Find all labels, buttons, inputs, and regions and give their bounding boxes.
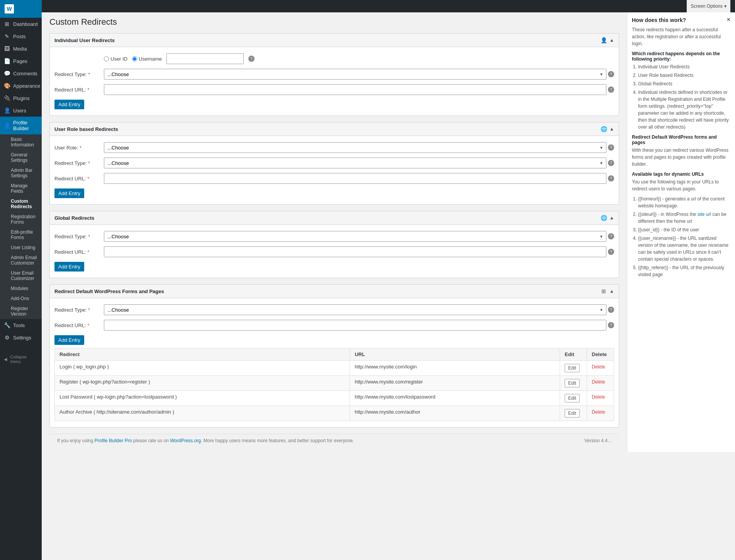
redirect-url-input-wrap-global: ? <box>104 246 614 257</box>
url-cell: http://www.mysite.com/login <box>350 361 560 376</box>
site-url-link[interactable]: site url <box>698 212 711 217</box>
screen-options-label: Screen Options <box>691 3 723 9</box>
sidebar: W ⊞ Dashboard ✎ Posts 🖼 Media 📄 Pages 💬 … <box>0 0 42 560</box>
sidebar-item-users[interactable]: 👤 Users <box>0 104 42 117</box>
submenu-item-custom-redirects[interactable]: Custom Redirects <box>0 196 42 212</box>
help-intro: These redirects happen after a successfu… <box>632 26 730 47</box>
redirect-type-help-icon-individual[interactable]: ? <box>608 71 614 77</box>
submenu-item-manage-fields[interactable]: Manage Fields <box>0 181 42 196</box>
delete-button[interactable]: Delete <box>592 379 605 385</box>
add-entry-button-global[interactable]: Add Entry <box>54 262 84 272</box>
delete-button[interactable]: Delete <box>592 394 605 400</box>
redirect-url-help-icon-default[interactable]: ? <box>608 322 614 328</box>
add-entry-button-user-role[interactable]: Add Entry <box>54 188 84 198</box>
redirect-type-label-individual: Redirect Type: * <box>54 71 101 77</box>
person-icon: 👤 <box>600 37 607 44</box>
sidebar-item-appearance[interactable]: 🎨 Appearance <box>0 80 42 92</box>
edit-button[interactable]: Edit <box>565 364 580 372</box>
sidebar-item-settings[interactable]: ⚙ Settings <box>0 331 42 344</box>
help-default-forms-title: Redirect Default WordPress forms and pag… <box>632 134 730 145</box>
username-radio[interactable] <box>132 56 137 61</box>
sidebar-item-profile-builder[interactable]: 👤 Profile Builder <box>0 117 42 134</box>
collapse-redirect-default-icon[interactable]: ▲ <box>609 288 614 294</box>
sidebar-item-comments[interactable]: 💬 Comments <box>0 67 42 80</box>
sidebar-label-tools: Tools <box>13 322 25 328</box>
redirect-url-help-icon-individual[interactable]: ? <box>608 87 614 93</box>
redirect-type-help-icon-default[interactable]: ? <box>608 307 614 313</box>
redirect-type-select-wrap-default: ...Choose ▼ ? <box>104 304 614 315</box>
redirect-type-select-global[interactable]: ...Choose <box>104 231 606 242</box>
redirect-url-input-default[interactable] <box>104 320 606 331</box>
user-role-help-icon[interactable]: ? <box>608 144 614 151</box>
redirect-url-help-icon-global[interactable]: ? <box>608 249 614 255</box>
submenu-item-modules[interactable]: Modules <box>0 283 42 294</box>
redirect-type-help-icon-user-role[interactable]: ? <box>608 160 614 166</box>
sidebar-item-plugins[interactable]: 🔌 Plugins <box>0 92 42 104</box>
username-help-icon[interactable]: ? <box>248 56 255 62</box>
submenu-item-registration-forms[interactable]: Registration Forms <box>0 212 42 227</box>
page-wrap: Custom Redirects Individual User Redirec… <box>42 12 735 452</box>
sidebar-item-pages[interactable]: 📄 Pages <box>0 55 42 67</box>
top-admin-bar: Screen Options ▾ <box>42 0 735 12</box>
edit-button[interactable]: Edit <box>565 409 580 417</box>
submenu-item-add-ons[interactable]: Add-Ons <box>0 294 42 304</box>
redirect-type-select-default[interactable]: ...Choose <box>104 304 606 315</box>
redirect-url-input-individual[interactable] <box>104 84 606 95</box>
list-item: {{user_id}} - the ID of the user <box>638 226 730 233</box>
col-delete: Delete <box>587 348 614 361</box>
collapse-section-icon[interactable]: ▲ <box>609 37 614 43</box>
redirect-url-label-user-role: Redirect URL: * <box>54 176 101 182</box>
edit-button[interactable]: Edit <box>565 394 580 402</box>
collapse-user-role-icon[interactable]: ▲ <box>609 126 614 132</box>
screen-options-chevron-icon: ▾ <box>724 3 727 9</box>
submenu-item-user-listing[interactable]: User Listing <box>0 243 42 253</box>
redirect-url-help-icon-user-role[interactable]: ? <box>608 175 614 182</box>
username-radio-label[interactable]: Username <box>132 56 162 62</box>
sidebar-item-dashboard[interactable]: ⊞ Dashboard <box>0 18 42 30</box>
add-entry-button-individual[interactable]: Add Entry <box>54 100 84 109</box>
table-row: Author Archive ( http://sitename.com/aut… <box>55 406 614 421</box>
submenu-item-admin-bar-settings[interactable]: Admin Bar Settings <box>0 165 42 181</box>
submenu-item-general-settings[interactable]: General Settings <box>0 150 42 165</box>
screen-options-button[interactable]: Screen Options ▾ <box>687 0 730 12</box>
sidebar-item-tools[interactable]: 🔧 Tools <box>0 319 42 331</box>
global-redirects-header: Global Redirects 🌐 ▲ <box>50 211 619 225</box>
dynamic-tags-list: {{homeurl}} - generates a url of the cur… <box>632 195 730 278</box>
sidebar-item-posts[interactable]: ✎ Posts <box>0 30 42 42</box>
appearance-icon: 🎨 <box>4 83 10 89</box>
help-collapse-icon[interactable]: ✕ <box>727 17 730 23</box>
plugins-icon: 🔌 <box>4 95 10 101</box>
wordpress-org-link[interactable]: WordPress.org <box>170 438 201 443</box>
individual-user-redirects-header: Individual User Redirects 👤 ▲ <box>50 34 619 47</box>
wp-logo-icon: W <box>5 4 14 14</box>
submenu-item-register-version[interactable]: Register Version <box>0 304 42 319</box>
redirect-url-input-user-role[interactable] <box>104 173 606 184</box>
redirect-url-input-global[interactable] <box>104 246 606 257</box>
submenu-item-admin-email-customizer[interactable]: Admin Email Customizer <box>0 253 42 268</box>
list-item: Individual redirects defined in shortcod… <box>638 89 730 131</box>
delete-button[interactable]: Delete <box>592 364 605 370</box>
redirect-type-help-icon-global[interactable]: ? <box>608 233 614 239</box>
edit-button[interactable]: Edit <box>565 379 580 387</box>
user-id-radio-label[interactable]: User ID <box>104 56 127 62</box>
submenu-item-basic-info[interactable]: Basic Information <box>0 134 42 150</box>
delete-button[interactable]: Delete <box>592 409 605 415</box>
sidebar-collapse-menu[interactable]: ◀ Collapse menu <box>0 351 42 367</box>
edit-cell: Edit <box>560 406 587 421</box>
redirect-type-select-individual[interactable]: ...Choose <box>104 69 606 80</box>
add-entry-button-default[interactable]: Add Entry <box>54 335 84 345</box>
user-role-redirects-body: User Role: * ...Choose ▼ ? <box>50 136 619 204</box>
submenu-item-user-email-customizer[interactable]: User Email Customizer <box>0 268 42 283</box>
sidebar-item-media[interactable]: 🖼 Media <box>0 42 42 55</box>
redirect-type-select-user-role[interactable]: ...Choose <box>104 158 606 168</box>
sidebar-label-pages: Pages <box>13 58 27 64</box>
user-role-redirects-header: User Role based Redirects 🌐 ▲ <box>50 122 619 136</box>
user-id-radio[interactable] <box>104 56 109 61</box>
username-input[interactable] <box>166 53 244 64</box>
redirect-cell: Register ( wp-login.php?action=register … <box>55 376 350 391</box>
screen-options-area: Screen Options ▾ <box>682 0 735 12</box>
profile-builder-link[interactable]: Profile Builder Pro <box>95 438 132 443</box>
collapse-global-icon[interactable]: ▲ <box>609 215 614 221</box>
submenu-item-edit-profile-forms[interactable]: Edit-profile Forms <box>0 227 42 243</box>
user-role-select[interactable]: ...Choose <box>104 142 606 153</box>
